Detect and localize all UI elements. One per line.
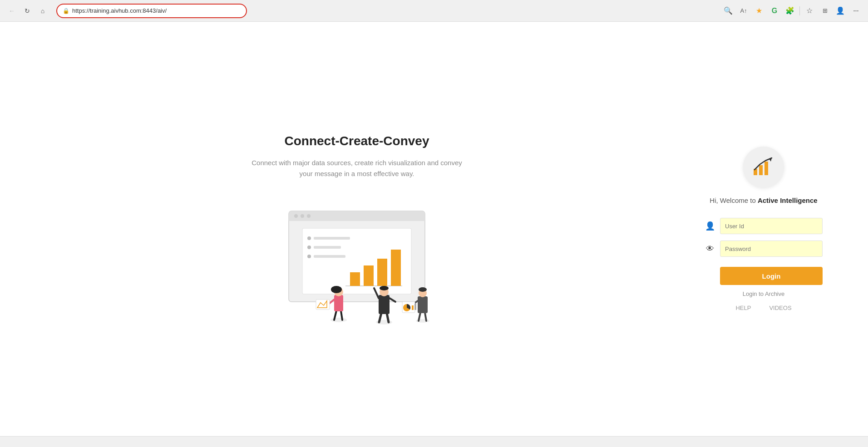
svg-point-32 bbox=[380, 286, 389, 290]
app-logo bbox=[743, 147, 784, 187]
svg-rect-12 bbox=[314, 255, 345, 258]
svg-point-5 bbox=[307, 214, 311, 218]
svg-point-4 bbox=[301, 214, 304, 218]
illustration bbox=[261, 197, 452, 334]
logo-icon bbox=[752, 155, 775, 179]
left-section: Connect-Create-Convey Connect with major… bbox=[27, 125, 686, 334]
svg-rect-38 bbox=[418, 296, 428, 313]
url-input[interactable] bbox=[72, 7, 241, 14]
search-icon-btn[interactable]: 🔍 bbox=[721, 4, 735, 18]
welcome-text: Hi, Welcome to Active Intelligence bbox=[710, 196, 817, 204]
svg-rect-44 bbox=[412, 305, 414, 310]
hero-title: Connect-Create-Convey bbox=[285, 134, 429, 148]
home-button[interactable]: ⌂ bbox=[36, 5, 49, 17]
svg-point-23 bbox=[331, 286, 342, 293]
svg-point-3 bbox=[294, 214, 298, 218]
lock-icon: 🔒 bbox=[63, 8, 69, 14]
address-bar[interactable]: 🔒 bbox=[56, 4, 247, 18]
browser-chrome: ← ↻ ⌂ 🔒 🔍 A↑ ★ G 🧩 ☆ ⊞ 👤 ··· bbox=[0, 0, 868, 22]
videos-link[interactable]: VIDEOS bbox=[769, 305, 791, 311]
svg-point-7 bbox=[307, 236, 311, 240]
menu-icon-btn[interactable]: ··· bbox=[849, 4, 863, 18]
login-archive-link[interactable]: Login to Archive bbox=[743, 290, 785, 297]
eye-icon: 👁 bbox=[705, 244, 715, 254]
toolbar-separator bbox=[799, 6, 800, 15]
svg-rect-48 bbox=[764, 162, 768, 175]
user-icon: 👤 bbox=[705, 221, 715, 231]
svg-point-40 bbox=[419, 287, 427, 292]
extensions-icon-btn[interactable]: 🧩 bbox=[783, 4, 797, 18]
page-content: Connect-Create-Convey Connect with major… bbox=[0, 22, 868, 436]
svg-rect-14 bbox=[350, 272, 360, 286]
refresh-button[interactable]: ↻ bbox=[21, 5, 34, 17]
browser-toolbar-right: 🔍 A↑ ★ G 🧩 ☆ ⊞ 👤 ··· bbox=[721, 4, 863, 18]
svg-rect-45 bbox=[414, 304, 416, 310]
collections-icon-btn[interactable]: ☆ bbox=[803, 4, 816, 18]
svg-rect-47 bbox=[759, 165, 763, 175]
svg-point-9 bbox=[307, 246, 311, 249]
split-view-icon-btn[interactable]: ⊞ bbox=[818, 4, 832, 18]
svg-rect-30 bbox=[379, 295, 390, 314]
svg-point-11 bbox=[307, 255, 311, 258]
password-group: 👁 bbox=[705, 241, 823, 257]
svg-rect-21 bbox=[334, 295, 343, 311]
read-aloud-icon-btn[interactable]: A↑ bbox=[737, 4, 750, 18]
svg-rect-15 bbox=[364, 265, 374, 286]
svg-point-18 bbox=[330, 318, 347, 322]
favorites-icon-btn[interactable]: ★ bbox=[752, 4, 766, 18]
back-button[interactable]: ← bbox=[5, 5, 18, 17]
user-id-input[interactable] bbox=[720, 218, 823, 234]
login-button[interactable]: Login bbox=[720, 267, 823, 285]
user-id-group: 👤 bbox=[705, 218, 823, 234]
nav-buttons: ← ↻ ⌂ bbox=[5, 5, 49, 17]
svg-rect-8 bbox=[314, 237, 350, 240]
svg-rect-16 bbox=[377, 259, 387, 286]
svg-rect-10 bbox=[314, 246, 341, 249]
login-panel: Hi, Welcome to Active Intelligence 👤 👁 L… bbox=[686, 138, 841, 320]
svg-rect-17 bbox=[391, 250, 401, 286]
status-bar bbox=[0, 436, 868, 447]
g-icon-btn[interactable]: G bbox=[768, 4, 781, 18]
password-input[interactable] bbox=[720, 241, 823, 257]
help-links: HELP VIDEOS bbox=[735, 305, 791, 311]
hero-subtitle: Connect with major data sources, create … bbox=[252, 157, 462, 179]
profile-icon-btn[interactable]: 👤 bbox=[833, 4, 847, 18]
address-bar-container: 🔒 bbox=[56, 4, 247, 18]
help-link[interactable]: HELP bbox=[735, 305, 751, 311]
